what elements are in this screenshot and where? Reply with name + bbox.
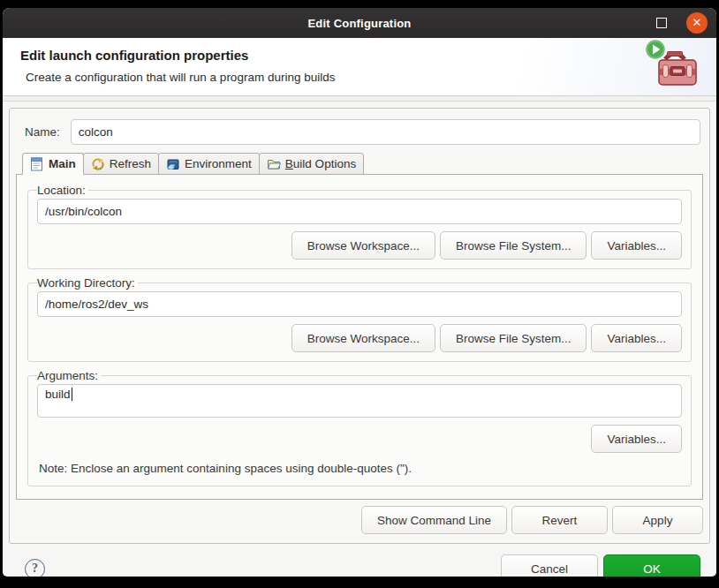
dialog-body: Name: Main <box>3 102 716 577</box>
header-subtitle: Create a configuration that will run a p… <box>26 71 699 84</box>
tab-main[interactable]: Main <box>22 153 84 175</box>
location-legend: Location: <box>37 184 88 197</box>
apply-button[interactable]: Apply <box>612 506 703 534</box>
working-directory-legend: Working Directory: <box>37 276 138 290</box>
refresh-icon <box>91 157 105 171</box>
variables-button-location[interactable]: Variables... <box>591 231 682 260</box>
window-controls: ✕ <box>656 8 708 38</box>
arguments-legend: Arguments: <box>37 369 101 382</box>
external-tools-toolbox-icon <box>644 40 702 98</box>
working-directory-buttons: Browse Workspace... Browse File System..… <box>37 324 682 352</box>
titlebar: Edit Configuration ✕ <box>3 8 716 38</box>
dialog-footer: ? Cancel OK <box>9 544 710 577</box>
browse-filesystem-button-location[interactable]: Browse File System... <box>440 231 587 260</box>
text-cursor <box>72 388 73 401</box>
tab-refresh-label: Refresh <box>110 157 151 170</box>
name-label: Name: <box>25 125 60 139</box>
revert-button[interactable]: Revert <box>511 506 608 534</box>
open-folder-icon <box>267 157 281 171</box>
arguments-group: Arguments: build Variables... Note: Encl… <box>27 369 692 486</box>
location-input[interactable] <box>37 199 682 224</box>
arguments-buttons: Variables... <box>37 425 682 453</box>
header-title: Edit launch configuration properties <box>20 48 699 63</box>
tab-build-options[interactable]: Build Options <box>259 153 364 175</box>
tab-refresh[interactable]: Refresh <box>83 153 159 175</box>
environment-icon <box>166 157 180 171</box>
document-icon <box>30 157 44 171</box>
browse-filesystem-button-workdir[interactable]: Browse File System... <box>440 324 587 352</box>
location-group: Location: Browse Workspace... Browse Fil… <box>27 184 692 269</box>
help-button[interactable]: ? <box>25 559 45 577</box>
arguments-note: Note: Enclose an argument containing spa… <box>39 462 680 475</box>
cancel-button[interactable]: Cancel <box>501 554 598 577</box>
maximize-button[interactable] <box>656 18 667 28</box>
tab-main-label: Main <box>49 157 76 170</box>
tab-environment[interactable]: Environment <box>158 153 260 175</box>
close-button[interactable]: ✕ <box>686 12 708 34</box>
show-command-line-button[interactable]: Show Command Line <box>361 506 507 534</box>
dialog-header: Edit launch configuration properties Cre… <box>3 38 716 96</box>
window-title: Edit Configuration <box>308 17 412 30</box>
working-directory-input[interactable] <box>37 291 682 317</box>
working-directory-group: Working Directory: Browse Workspace... B… <box>27 276 692 362</box>
ok-button[interactable]: OK <box>603 554 700 577</box>
tab-environment-label: Environment <box>185 157 252 170</box>
tab-bar: Main Refresh <box>22 153 703 175</box>
main-tab-panel: Location: Browse Workspace... Browse Fil… <box>16 174 703 500</box>
location-buttons: Browse Workspace... Browse File System..… <box>37 231 682 260</box>
name-row: Name: <box>25 119 700 145</box>
variables-button-arguments[interactable]: Variables... <box>591 425 682 453</box>
configuration-group: Name: Main <box>9 108 710 544</box>
browse-workspace-button-workdir[interactable]: Browse Workspace... <box>291 324 435 352</box>
arguments-input[interactable]: build <box>37 384 682 418</box>
tab-build-options-label: Build Options <box>285 157 356 170</box>
name-input[interactable] <box>71 119 700 145</box>
panel-actions: Show Command Line Revert Apply <box>16 500 703 537</box>
variables-button-workdir[interactable]: Variables... <box>591 324 682 352</box>
browse-workspace-button-location[interactable]: Browse Workspace... <box>291 231 435 260</box>
edit-configuration-dialog: Edit Configuration ✕ Edit launch configu… <box>3 8 716 577</box>
